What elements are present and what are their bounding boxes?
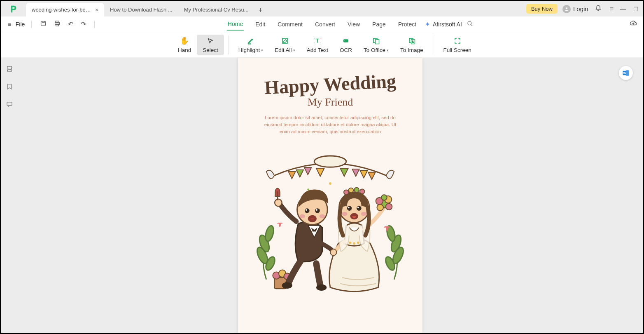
chevron-down-icon: ▾ bbox=[387, 48, 389, 52]
menu-convert[interactable]: Convert bbox=[314, 19, 336, 30]
ocr-tool[interactable]: OCR OCR bbox=[334, 35, 358, 55]
edit-icon bbox=[281, 36, 289, 45]
chevron-down-icon: ▾ bbox=[293, 48, 295, 52]
highlight-label: Highlight bbox=[238, 47, 260, 53]
file-menu[interactable]: File bbox=[16, 21, 25, 28]
minimize-button[interactable]: — bbox=[620, 6, 626, 12]
comment-icon[interactable] bbox=[6, 101, 13, 110]
quick-toolbar: ≡ File ↶ ↷ Home Edit Comment Convert Vie… bbox=[1, 16, 643, 32]
save-icon[interactable] bbox=[38, 19, 48, 29]
login-button[interactable]: Login bbox=[562, 5, 588, 13]
edit-all-label: Edit All bbox=[275, 47, 292, 53]
add-text-tool[interactable]: Add Text bbox=[301, 35, 334, 55]
menu-view[interactable]: View bbox=[347, 19, 361, 30]
hand-tool[interactable]: ✋ Hand bbox=[172, 35, 197, 55]
svg-point-46 bbox=[330, 249, 337, 256]
menu-home[interactable]: Home bbox=[227, 18, 244, 31]
office-icon bbox=[372, 36, 380, 45]
tab-0-label: weeding-wishes-for-bes... bbox=[32, 7, 92, 13]
svg-point-36 bbox=[305, 208, 310, 213]
highlight-icon bbox=[247, 36, 254, 45]
svg-point-42 bbox=[320, 214, 325, 219]
svg-point-55 bbox=[349, 188, 354, 193]
svg-point-39 bbox=[316, 209, 317, 211]
edit-all-tool[interactable]: Edit All▾ bbox=[269, 35, 301, 55]
svg-point-57 bbox=[360, 189, 365, 194]
svg-point-0 bbox=[566, 7, 567, 9]
menu-page[interactable]: Page bbox=[371, 19, 387, 30]
ribbon: ✋ Hand Select Highlight▾ Edit All▾ bbox=[1, 32, 643, 58]
svg-point-52 bbox=[381, 195, 387, 201]
cursor-icon bbox=[207, 36, 214, 45]
thumbnails-icon[interactable] bbox=[6, 65, 13, 75]
svg-point-38 bbox=[315, 208, 320, 213]
svg-point-56 bbox=[354, 188, 359, 193]
menu-protect[interactable]: Protect bbox=[397, 19, 417, 30]
to-image-label: To Image bbox=[400, 47, 423, 53]
cloud-upload-icon[interactable] bbox=[630, 19, 637, 29]
new-tab-button[interactable]: + bbox=[254, 5, 267, 16]
svg-point-16 bbox=[314, 156, 346, 167]
svg-point-64 bbox=[361, 212, 367, 216]
maximize-button[interactable]: ☐ bbox=[633, 6, 639, 12]
titlebar-right: Buy Now Login ≡ — ☐ bbox=[526, 4, 643, 14]
document-canvas[interactable]: Happy Wedding My Friend Lorem ipsum dolo… bbox=[18, 58, 643, 333]
svg-rect-66 bbox=[626, 70, 629, 76]
word-fab[interactable]: W bbox=[619, 66, 633, 80]
highlight-tool[interactable]: Highlight▾ bbox=[233, 35, 269, 55]
svg-point-33 bbox=[282, 282, 292, 289]
document-page: Happy Wedding My Friend Lorem ipsum dolo… bbox=[238, 58, 422, 333]
login-label: Login bbox=[573, 5, 588, 12]
svg-point-41 bbox=[299, 214, 305, 219]
svg-point-54 bbox=[344, 190, 349, 195]
svg-point-5 bbox=[468, 21, 471, 25]
svg-point-43 bbox=[349, 242, 352, 244]
left-rail bbox=[1, 58, 18, 333]
svg-point-18 bbox=[264, 225, 275, 242]
window-controls: — ☐ bbox=[620, 6, 639, 12]
svg-point-45 bbox=[357, 242, 359, 244]
print-icon[interactable] bbox=[52, 19, 62, 29]
svg-point-63 bbox=[342, 212, 348, 216]
titlebar: weeding-wishes-for-bes... × How to Downl… bbox=[1, 1, 643, 16]
svg-rect-15 bbox=[7, 102, 12, 106]
full-screen-tool[interactable]: Full Screen bbox=[437, 35, 477, 55]
redo-icon[interactable]: ↷ bbox=[79, 19, 88, 29]
chevron-down-icon: ▾ bbox=[261, 48, 263, 52]
select-label: Select bbox=[203, 47, 218, 53]
svg-point-44 bbox=[353, 242, 355, 245]
wedding-illustration bbox=[250, 143, 410, 329]
ocr-icon: OCR bbox=[342, 36, 350, 45]
tab-1[interactable]: How to Download Flash ... bbox=[104, 3, 178, 16]
buy-now-button[interactable]: Buy Now bbox=[526, 4, 558, 14]
select-tool[interactable]: Select bbox=[197, 35, 224, 55]
tab-1-label: How to Download Flash ... bbox=[110, 7, 173, 13]
close-icon[interactable]: × bbox=[95, 7, 98, 13]
to-image-tool[interactable]: To Image bbox=[394, 35, 429, 55]
tab-0[interactable]: weeding-wishes-for-bes... × bbox=[26, 3, 104, 16]
svg-point-32 bbox=[275, 199, 282, 206]
text-icon bbox=[314, 36, 321, 45]
ocr-label: OCR bbox=[340, 47, 352, 53]
svg-rect-1 bbox=[41, 21, 46, 26]
search-icon[interactable] bbox=[467, 21, 473, 28]
svg-point-34 bbox=[316, 285, 327, 291]
avatar-icon bbox=[562, 5, 571, 13]
hand-icon: ✋ bbox=[180, 36, 189, 45]
ai-button[interactable]: ✦ Afirstsoft AI bbox=[425, 21, 462, 28]
undo-icon[interactable]: ↶ bbox=[66, 19, 75, 29]
menu-bar: Home Edit Comment Convert View Page Prot… bbox=[227, 18, 417, 31]
svg-text:OCR: OCR bbox=[344, 40, 348, 42]
svg-point-58 bbox=[347, 206, 352, 211]
to-office-tool[interactable]: To Office▾ bbox=[358, 35, 394, 55]
hamburger-icon[interactable]: ≡ bbox=[8, 21, 12, 28]
menu-icon[interactable]: ≡ bbox=[608, 5, 615, 14]
menu-comment[interactable]: Comment bbox=[277, 19, 303, 30]
bookmark-icon[interactable] bbox=[6, 83, 13, 92]
svg-point-59 bbox=[348, 207, 350, 209]
bell-icon[interactable] bbox=[593, 4, 603, 14]
menu-edit[interactable]: Edit bbox=[254, 19, 266, 30]
svg-point-31 bbox=[307, 188, 309, 191]
tab-2[interactable]: My Professional Cv Resu... bbox=[178, 3, 254, 16]
svg-point-40 bbox=[308, 215, 317, 222]
